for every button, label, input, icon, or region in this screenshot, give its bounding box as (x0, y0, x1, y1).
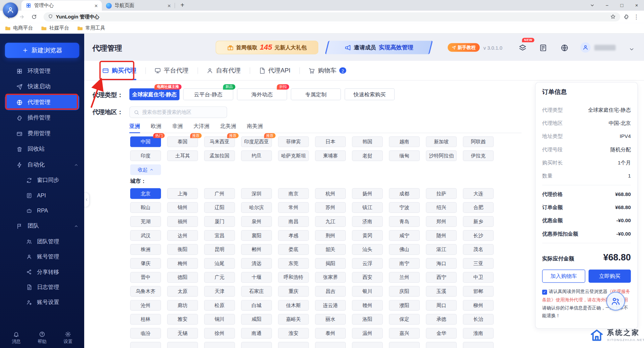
city-chip[interactable]: 辽阳 (204, 202, 235, 213)
city-chip[interactable]: 郑州 (426, 216, 457, 227)
city-chip[interactable]: 南京 (278, 188, 309, 199)
city-chip[interactable]: 襄阳 (241, 230, 272, 241)
city-chip-partial[interactable] (315, 342, 346, 348)
tab-card[interactable]: 购买代理 (93, 61, 146, 80)
city-chip-partial[interactable] (130, 342, 161, 348)
country-chip[interactable]: 越南 (389, 137, 420, 147)
country-chip[interactable]: 日本 (315, 137, 346, 147)
city-chip-partial[interactable] (204, 342, 235, 348)
city-chip[interactable]: 宁波 (389, 202, 420, 213)
continent-tab[interactable]: 欧洲 (151, 122, 161, 133)
sidebar-collapse-handle[interactable] (84, 192, 90, 207)
city-chip[interactable]: 雅安 (167, 314, 198, 325)
reload-button[interactable] (29, 12, 39, 22)
avatar[interactable] (580, 42, 591, 53)
city-chip[interactable]: 达州 (167, 230, 198, 241)
country-chip[interactable]: 韩国 (352, 137, 383, 147)
city-chip[interactable]: 韶关 (315, 244, 346, 255)
browser-tab[interactable]: 导航页面 × (102, 0, 175, 11)
city-chip[interactable]: 西宁 (426, 272, 457, 283)
city-chip[interactable]: 中卫 (463, 272, 494, 283)
bookmark-folder[interactable]: 社媒平台 (41, 24, 69, 32)
invite-members-banner[interactable]: 邀请成员 实现高效管理 (326, 41, 431, 54)
sidebar-footer-bell[interactable]: 消息 (12, 331, 21, 345)
city-chip[interactable]: 海口 (426, 258, 457, 269)
city-chip[interactable]: 桂林 (130, 314, 161, 325)
bookmark-star-icon[interactable] (610, 14, 616, 20)
city-chip[interactable]: 郴州 (241, 244, 272, 255)
continent-tab[interactable]: 南美洲 (247, 122, 263, 133)
new-tab-button[interactable]: + (177, 0, 187, 10)
proxy-type-button[interactable]: 专属定制 (291, 88, 341, 100)
city-chip[interactable]: 铜川 (204, 314, 235, 325)
city-chip[interactable]: 茂名 (463, 244, 494, 255)
tab-doc[interactable]: 代理API (250, 61, 299, 80)
city-chip[interactable]: 芜湖 (130, 216, 161, 227)
notes-icon[interactable] (538, 43, 547, 52)
city-chip[interactable]: 温州 (352, 328, 383, 339)
city-chip[interactable]: 苏州 (315, 202, 346, 213)
city-chip[interactable]: 丽水 (315, 314, 346, 325)
city-chip[interactable]: 太原 (167, 286, 198, 297)
city-chip[interactable]: 佳木斯 (278, 300, 309, 311)
region-search-input[interactable] (142, 109, 223, 115)
add-to-cart-button[interactable]: 加入购物车 (542, 269, 585, 283)
city-chip[interactable]: 扬州 (352, 188, 383, 199)
window-close-button[interactable]: × (629, 0, 644, 11)
city-chip[interactable]: 淮安 (278, 328, 309, 339)
sidebar-item-users[interactable]: 团队管理 (0, 234, 84, 249)
city-chip[interactable]: 新乡 (463, 216, 494, 227)
city-chip-partial[interactable] (389, 342, 420, 348)
city-chip[interactable]: 拉萨 (426, 188, 457, 199)
sidebar-item-api[interactable]: API (0, 188, 84, 203)
city-chip-partial[interactable] (352, 342, 383, 348)
city-chip[interactable]: 济南 (352, 216, 383, 227)
city-chip[interactable]: 长治 (463, 314, 494, 325)
city-chip[interactable]: 北京 (130, 188, 161, 199)
country-chip[interactable]: 约旦 (241, 150, 272, 161)
country-chip[interactable]: 热门 中国 (130, 137, 161, 147)
sidebar-item-plane[interactable]: 快速启动 (0, 79, 84, 95)
city-chip[interactable]: 张家界 (315, 272, 346, 283)
city-chip[interactable]: 锦州 (167, 202, 198, 213)
city-chip[interactable]: 松原 (204, 300, 235, 311)
city-chip[interactable]: 赣州 (352, 300, 383, 311)
tab-close-icon[interactable]: × (167, 3, 171, 8)
city-chip[interactable]: 黄冈 (352, 230, 383, 241)
city-chip[interactable]: 鞍山 (130, 202, 161, 213)
city-chip[interactable]: 青岛 (389, 216, 420, 227)
city-chip[interactable]: 合肥 (463, 202, 494, 213)
country-chip[interactable]: 推荐 马来西亚 (204, 137, 235, 147)
city-chip[interactable]: 南通 (241, 328, 272, 339)
window-minimize-button[interactable]: − (600, 0, 614, 11)
city-chip[interactable]: 揭阳 (315, 258, 346, 269)
city-chip[interactable]: 无锡 (167, 328, 198, 339)
continent-tab[interactable]: 北美洲 (220, 122, 236, 133)
city-chip[interactable]: 东莞 (278, 258, 309, 269)
city-chip-partial[interactable] (241, 342, 272, 348)
city-chip-partial[interactable] (167, 342, 198, 348)
city-chip[interactable]: 福州 (167, 216, 198, 227)
browser-menu-icon[interactable]: ⋮ (633, 13, 639, 20)
country-chip[interactable]: 阿联酋 (463, 137, 494, 147)
proxy-type-button[interactable]: 新品 云平台-静态 (183, 88, 233, 100)
city-chip[interactable]: 兰州 (389, 272, 420, 283)
city-chip[interactable]: 咸宁 (389, 230, 420, 241)
city-chip[interactable]: 长沙 (463, 230, 494, 241)
tutorial-badge[interactable]: 新手教程 (448, 43, 480, 52)
tab-search-chevron-icon[interactable] (585, 0, 600, 11)
collapse-button[interactable]: 收起 (130, 164, 161, 175)
city-chip[interactable]: 乌鲁木齐 (130, 286, 161, 297)
agreement-checkbox[interactable]: ✓ (542, 290, 547, 295)
country-chip[interactable]: 哈萨克斯坦 (278, 150, 309, 161)
city-chip[interactable]: 白城 (241, 300, 272, 311)
sidebar-item-globe[interactable]: 代理管理 (5, 95, 79, 110)
country-chip[interactable]: 孟加拉国 (204, 150, 235, 161)
city-chip[interactable]: 昌吉 (315, 286, 346, 297)
country-chip[interactable]: 推荐 泰国 (167, 137, 198, 147)
sidebar-item-trash[interactable]: 回收站 (0, 141, 84, 157)
city-chip[interactable]: 绍兴 (426, 202, 457, 213)
country-chip[interactable]: 老挝 (352, 150, 383, 161)
bookmark-folder[interactable]: 常用工具 (77, 24, 105, 32)
continent-tab[interactable]: 大洋洲 (194, 122, 210, 133)
